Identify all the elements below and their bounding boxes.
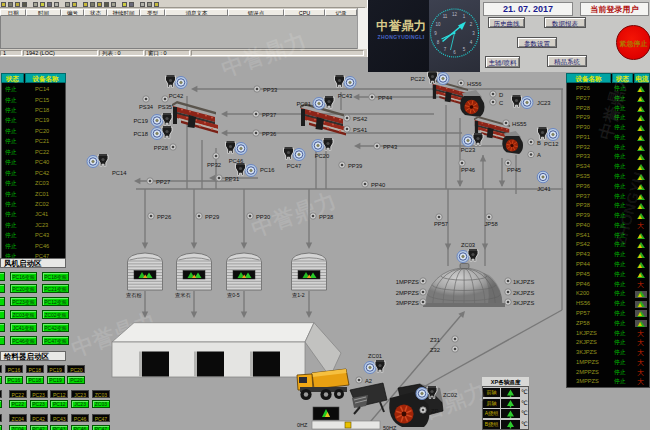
svg-text:PP39: PP39 bbox=[348, 163, 362, 169]
svg-text:PC23: PC23 bbox=[461, 147, 476, 153]
svg-text:PP31: PP31 bbox=[225, 176, 239, 182]
svg-text:PC20: PC20 bbox=[315, 153, 330, 159]
svg-text:PP26: PP26 bbox=[157, 214, 171, 220]
svg-text:PP28: PP28 bbox=[154, 145, 168, 151]
svg-text:C: C bbox=[499, 100, 503, 106]
svg-text:PP44: PP44 bbox=[378, 95, 393, 101]
svg-text:A2: A2 bbox=[365, 378, 372, 384]
svg-text:2KJPZS: 2KJPZS bbox=[513, 290, 534, 296]
svg-text:Z32: Z32 bbox=[430, 347, 440, 353]
svg-text:A: A bbox=[537, 152, 541, 158]
svg-text:3KJPZS: 3KJPZS bbox=[513, 300, 534, 306]
svg-text:PP33: PP33 bbox=[263, 87, 277, 93]
svg-text:HS55: HS55 bbox=[512, 121, 527, 127]
svg-text:2MPPZS: 2MPPZS bbox=[396, 290, 419, 296]
svg-text:50HZ: 50HZ bbox=[383, 425, 397, 430]
svg-text:PP46: PP46 bbox=[461, 167, 475, 173]
svg-text:PS35: PS35 bbox=[158, 104, 172, 110]
svg-text:D: D bbox=[499, 92, 503, 98]
svg-text:PC47: PC47 bbox=[287, 163, 302, 169]
svg-text:PS34: PS34 bbox=[139, 104, 154, 110]
svg-text:PP32: PP32 bbox=[207, 162, 221, 168]
svg-text:ZC01: ZC01 bbox=[368, 353, 382, 359]
svg-text:PP27: PP27 bbox=[156, 179, 170, 185]
svg-text:ZC02: ZC02 bbox=[443, 392, 457, 398]
svg-text:查石粉: 查石粉 bbox=[126, 292, 142, 299]
svg-text:PC42: PC42 bbox=[169, 93, 184, 99]
svg-text:查0-5: 查0-5 bbox=[227, 292, 240, 298]
svg-text:PC43: PC43 bbox=[338, 93, 353, 99]
svg-text:PP36: PP36 bbox=[262, 131, 276, 137]
svg-text:PP45: PP45 bbox=[507, 167, 521, 173]
svg-text:1KJPZS: 1KJPZS bbox=[513, 279, 534, 285]
svg-text:HS56: HS56 bbox=[467, 81, 482, 87]
svg-text:1MPPZS: 1MPPZS bbox=[396, 279, 419, 285]
svg-text:3MPPZS: 3MPPZS bbox=[396, 300, 419, 306]
svg-text:ZC03: ZC03 bbox=[461, 242, 475, 248]
svg-text:ZP: ZP bbox=[431, 408, 439, 414]
svg-text:PC16: PC16 bbox=[260, 167, 275, 173]
svg-text:PP37: PP37 bbox=[262, 112, 276, 118]
svg-text:PP38: PP38 bbox=[319, 214, 333, 220]
svg-text:查米石: 查米石 bbox=[175, 292, 191, 298]
svg-text:查1-2: 查1-2 bbox=[292, 292, 305, 298]
svg-text:PC18: PC18 bbox=[133, 131, 148, 137]
svg-text:JC41: JC41 bbox=[537, 186, 551, 192]
svg-text:PC14: PC14 bbox=[112, 170, 127, 176]
svg-text:PC22: PC22 bbox=[410, 76, 425, 82]
svg-text:B: B bbox=[537, 140, 541, 146]
svg-text:PC21: PC21 bbox=[296, 101, 311, 107]
svg-text:PC19: PC19 bbox=[133, 118, 148, 124]
svg-text:PP29: PP29 bbox=[205, 214, 219, 220]
svg-text:PP30: PP30 bbox=[256, 214, 270, 220]
svg-text:JP58: JP58 bbox=[484, 221, 497, 227]
svg-text:PC12: PC12 bbox=[544, 141, 559, 147]
svg-text:PP43: PP43 bbox=[383, 144, 397, 150]
svg-text:JC23: JC23 bbox=[537, 100, 551, 106]
svg-text:PS41: PS41 bbox=[353, 127, 367, 133]
svg-text:Z31: Z31 bbox=[430, 337, 440, 343]
svg-text:PS42: PS42 bbox=[353, 116, 367, 122]
svg-text:0HZ: 0HZ bbox=[297, 422, 308, 428]
svg-text:PP57: PP57 bbox=[434, 221, 448, 227]
svg-text:PP40: PP40 bbox=[371, 182, 385, 188]
